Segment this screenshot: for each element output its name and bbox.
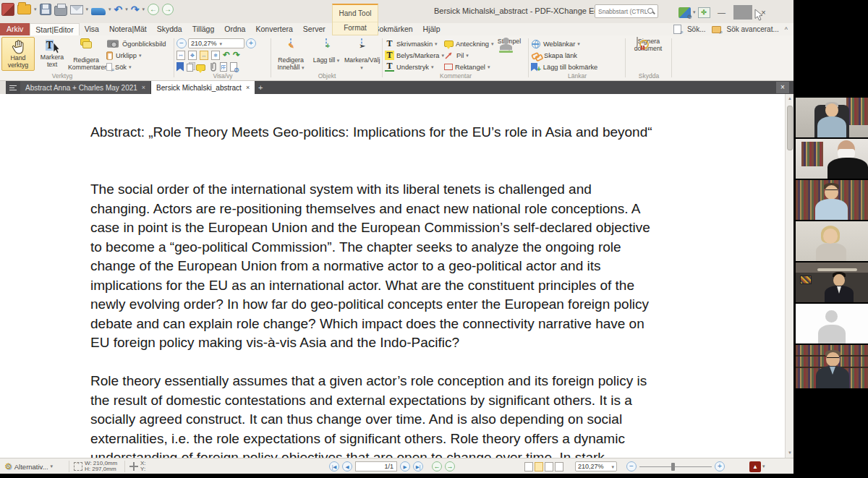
participant-video-1[interactable] [796, 98, 868, 137]
redo-icon[interactable]: ↷ [131, 3, 140, 16]
zoom-slider-thumb[interactable] [671, 463, 675, 471]
ui-options-dropdown-icon[interactable]: ▾ [693, 9, 696, 15]
add-bookmark-button[interactable]: +Lägg till bokmärke [531, 61, 597, 72]
participant-video-2[interactable] [796, 139, 868, 179]
scan-dropdown-icon[interactable]: ▾ [109, 7, 111, 12]
page-number-box[interactable]: 1/1 [355, 461, 397, 471]
close-document-icon[interactable]: × [776, 82, 789, 93]
vertical-scrollbar[interactable]: ▲ ▼ [785, 94, 793, 458]
tab-notera-mat[interactable]: Notera|Mät [104, 23, 152, 35]
fit-width-icon[interactable]: ↔ [200, 51, 208, 60]
comments-panel-icon[interactable] [196, 64, 205, 71]
adobe-reader-icon[interactable]: ▲ [749, 461, 761, 472]
tab-arkiv[interactable]: Arkiv [0, 23, 30, 35]
participant-video-3[interactable] [796, 180, 868, 220]
quickstart-input[interactable] [598, 8, 647, 15]
tab-abstract-anna[interactable]: Abstract Anna + Charles May 2021 × [20, 81, 151, 94]
search-document-icon[interactable] [673, 25, 681, 34]
underline-button[interactable]: TUnderstryk▾ [385, 61, 444, 72]
fullscreen-icon[interactable]: ✣ [698, 7, 710, 18]
edit-comments-button[interactable]: Redigera Kommentarer [68, 37, 104, 71]
email-dropdown-icon[interactable]: ▾ [86, 7, 89, 12]
zoom-level-combo[interactable]: 210,27%▾ [188, 38, 244, 48]
ui-options-icon[interactable] [678, 7, 691, 18]
tab-hjalp[interactable]: Hjälp [418, 23, 446, 35]
tab-close-icon[interactable]: × [142, 84, 145, 91]
scroll-down-icon[interactable]: ▼ [786, 448, 793, 458]
clipboard-button[interactable]: Urklipp▾ [106, 50, 166, 61]
scroll-up-icon[interactable]: ▲ [786, 94, 793, 103]
zoom-slider[interactable] [639, 461, 712, 471]
collapse-ribbon-icon[interactable]: ^ [785, 26, 788, 33]
tab-bersick-michalski[interactable]: Bersick Michalski_abstract × [151, 81, 255, 94]
undo-icon[interactable]: ↶ [114, 3, 123, 16]
stamp-button[interactable]: Stämpel▾ [495, 37, 524, 71]
rotate-left-icon[interactable]: ↶ [223, 50, 230, 60]
fit-visible-icon[interactable]: ❄ [211, 51, 220, 60]
maximize-button[interactable] [733, 5, 752, 20]
next-view-icon[interactable]: → [445, 461, 455, 471]
highlight-button[interactable]: TBelys/Markera▾ [385, 50, 444, 61]
undo-dropdown-icon[interactable]: ▾ [125, 7, 128, 12]
hand-tool-button[interactable]: Hand verktyg [1, 37, 35, 71]
tab-format[interactable]: Format [333, 22, 378, 34]
rectangle-tool-button[interactable]: Rektangel▾ [444, 61, 494, 72]
snapshot-button[interactable]: Ögonblicksbild [106, 38, 166, 49]
arrow-tool-button[interactable]: Pil▾ [444, 50, 494, 61]
participant-video-4[interactable] [796, 221, 868, 261]
tab-ordna[interactable]: Ordna [219, 23, 250, 35]
previous-page-icon[interactable]: ◀ [342, 461, 352, 471]
add-object-button[interactable]: + Lägg till ▾ [310, 37, 343, 71]
first-page-icon[interactable]: |◀ [329, 461, 339, 471]
continuous-page-icon[interactable] [535, 462, 543, 471]
page-options-icon[interactable] [230, 62, 237, 72]
single-page-icon[interactable] [524, 462, 533, 471]
participant-video-7[interactable] [796, 345, 868, 388]
bookmarks-panel-icon[interactable] [176, 62, 184, 72]
tab-start-editor[interactable]: Start|Editor [30, 23, 79, 35]
tab-konvertera[interactable]: Konvertera [250, 23, 297, 35]
search-button[interactable]: Sök▾ [106, 61, 166, 72]
save-icon[interactable] [40, 4, 51, 15]
search-advanced-icon[interactable] [712, 26, 721, 33]
participant-video-6-camera-off[interactable] [796, 304, 868, 343]
attachments-panel-icon[interactable] [208, 61, 217, 72]
weblinks-button[interactable]: Weblänkar▾ [531, 38, 597, 49]
fields-panel-icon[interactable] [220, 62, 227, 72]
zoom-combo[interactable]: 210,27%▾ [575, 461, 617, 471]
print-icon[interactable] [54, 6, 67, 16]
typewriter-button[interactable]: TSkrivmaskin▾ [385, 38, 444, 49]
tab-server[interactable]: Server [298, 23, 331, 35]
open-dropdown-icon[interactable]: ▾ [34, 7, 37, 12]
new-tab-icon[interactable]: + [255, 81, 266, 94]
quickstart-search[interactable] [595, 4, 658, 18]
open-file-icon[interactable] [17, 4, 31, 14]
email-icon[interactable] [70, 5, 83, 14]
participant-video-5[interactable] [796, 263, 868, 302]
pages-panel-icon[interactable] [187, 64, 193, 72]
redo-dropdown-icon[interactable]: ▾ [142, 7, 145, 12]
actual-size-icon[interactable]: ⇿ [176, 51, 185, 60]
minimize-button[interactable]: — [712, 5, 731, 20]
zoom-out-icon[interactable]: − [176, 38, 187, 48]
forward-view-icon[interactable]: → [162, 4, 174, 15]
scrollbar-thumb[interactable] [787, 106, 793, 150]
tab-skydda[interactable]: Skydda [152, 23, 187, 35]
two-page-continuous-icon[interactable] [555, 462, 563, 471]
next-page-icon[interactable]: ▶ [400, 461, 410, 471]
last-page-icon[interactable]: ▶| [413, 461, 423, 471]
document-list-icon[interactable] [6, 81, 20, 94]
scan-icon[interactable] [91, 8, 106, 15]
sok-label[interactable]: Sök... [687, 25, 706, 33]
tab-visa[interactable]: Visa [80, 23, 104, 35]
zoom-in-button[interactable]: + [715, 461, 725, 471]
rotate-right-icon[interactable]: ↷ [233, 50, 240, 60]
adobe-dropdown-icon[interactable]: ▾ [762, 464, 765, 469]
zoom-in-icon[interactable]: + [246, 38, 256, 48]
previous-view-icon[interactable]: ← [432, 461, 442, 471]
edit-content-button[interactable]: ✎ Redigera Innehåll ▾ [273, 37, 308, 71]
sok-avancerat-label[interactable]: Sök avancerat... [727, 25, 779, 33]
tab-tillagg[interactable]: Tillägg [187, 23, 220, 35]
fit-page-icon[interactable]: ✥ [188, 51, 197, 60]
back-view-icon[interactable]: ← [148, 4, 159, 15]
